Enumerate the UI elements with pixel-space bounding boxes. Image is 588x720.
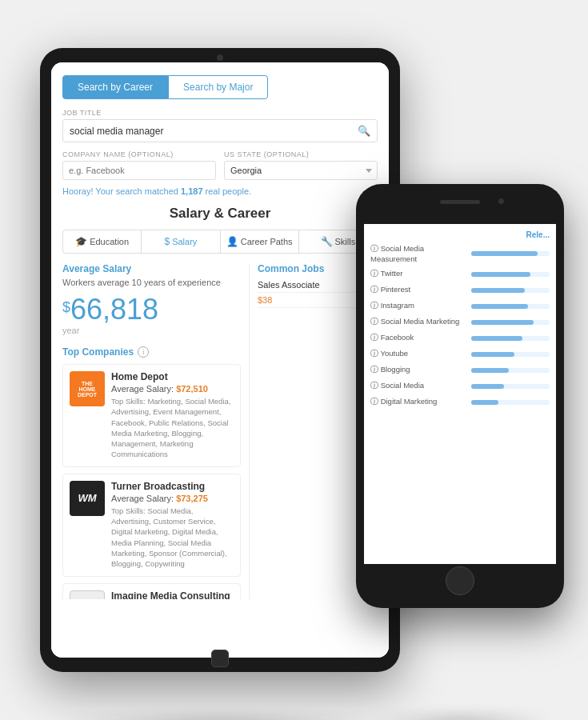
imagine-logo: IMAGINEMEDIA xyxy=(70,590,105,599)
state-select[interactable]: Georgia xyxy=(224,161,378,180)
skill-name: ⓘ Pinterest xyxy=(370,285,466,295)
skill-bar-fill xyxy=(471,336,522,341)
skill-bar-fill xyxy=(471,288,525,293)
match-text: Hooray! Your search matched 1,187 real p… xyxy=(62,186,378,196)
top-companies-header: Top Companies i xyxy=(62,346,241,358)
skill-bar-bg xyxy=(471,251,550,256)
tab-skills-label: Skills xyxy=(335,237,356,246)
skill-row: ⓘ Social Media xyxy=(370,381,550,391)
skill-row: ⓘ Facebook xyxy=(370,333,550,343)
education-icon: 🎓 xyxy=(75,236,87,247)
nav-tabs: 🎓 Education $ Salary 👤 Career Paths 🔧 Sk… xyxy=(62,230,378,254)
phone-device: Rele... ⓘ Social Media Measurement ⓘ Twi… xyxy=(356,184,564,608)
tab-education-label: Education xyxy=(90,237,129,246)
turner-skills: Top Skills: Social Media, Advertising, C… xyxy=(111,506,234,570)
phone-home-button[interactable] xyxy=(446,566,474,595)
phone-speaker xyxy=(440,200,480,204)
skills-icon: 🔧 xyxy=(321,236,333,247)
search-icon: 🔍 xyxy=(358,125,370,137)
turner-logo: WM xyxy=(70,481,105,516)
skill-bar-bg xyxy=(471,400,550,405)
phone-content: Rele... ⓘ Social Media Measurement ⓘ Twi… xyxy=(364,224,556,564)
skills-list: ⓘ Social Media Measurement ⓘ Twitter ⓘ P… xyxy=(370,244,550,407)
tablet-device: Search by Career Search by Major JOB TIT… xyxy=(40,48,400,672)
search-tabs: Search by Career Search by Major xyxy=(62,75,378,99)
tab-salary[interactable]: $ Salary xyxy=(142,230,220,253)
skill-bar-bg xyxy=(471,352,550,357)
salary-period: year xyxy=(62,326,241,335)
skill-bar-fill xyxy=(471,352,514,357)
skill-bar-bg xyxy=(471,368,550,373)
phone-header: Rele... xyxy=(370,230,550,239)
skill-row: ⓘ Blogging xyxy=(370,365,550,375)
skill-name: ⓘ Youtube xyxy=(370,349,466,359)
left-col: Average Salary Workers average 10 years … xyxy=(62,263,250,599)
avg-salary-heading: Average Salary xyxy=(62,263,241,274)
phone-screen: Rele... ⓘ Social Media Measurement ⓘ Twi… xyxy=(364,224,556,564)
imagine-info: Imagine Media Consulting Average Salary:… xyxy=(111,590,234,599)
skill-row: ⓘ Social Media Marketing xyxy=(370,317,550,327)
section-title: Salary & Career xyxy=(62,206,378,222)
phone-camera xyxy=(498,198,504,204)
home-depot-name: Home Depot xyxy=(111,371,234,382)
skill-name: ⓘ Facebook xyxy=(370,333,466,343)
tab-career-paths[interactable]: 👤 Career Paths xyxy=(221,230,299,253)
skill-bar-fill xyxy=(471,400,498,405)
skill-bar-bg xyxy=(471,320,550,325)
skill-row: ⓘ Youtube xyxy=(370,349,550,359)
skill-name: ⓘ Digital Marketing xyxy=(370,397,466,407)
turner-salary: Average Salary: $73,275 xyxy=(111,494,234,503)
skill-bar-fill xyxy=(471,384,504,389)
tab-education[interactable]: 🎓 Education xyxy=(63,230,142,253)
skill-name: ⓘ Instagram xyxy=(370,301,466,311)
skill-name: ⓘ Social Media xyxy=(370,381,466,391)
job-title-input[interactable] xyxy=(70,126,358,137)
skill-bar-bg xyxy=(471,272,550,277)
skill-bar-bg xyxy=(471,384,550,389)
tab-search-by-career[interactable]: Search by Career xyxy=(62,75,168,99)
skill-name: ⓘ Social Media Marketing xyxy=(370,317,466,327)
skill-name: ⓘ Social Media Measurement xyxy=(370,244,466,263)
tab-search-by-major[interactable]: Search by Major xyxy=(168,75,268,99)
home-depot-logo: THEHOMEDEPOT xyxy=(70,371,105,406)
skill-row: ⓘ Digital Marketing xyxy=(370,397,550,407)
company-input[interactable] xyxy=(62,161,216,180)
home-depot-info: Home Depot Average Salary: $72,510 Top S… xyxy=(111,371,234,460)
phone-shadow xyxy=(364,712,556,720)
tablet-shadow xyxy=(48,712,392,720)
tablet-content: Search by Career Search by Major JOB TIT… xyxy=(51,62,389,658)
career-icon: 👤 xyxy=(226,236,238,247)
experience-text: Workers average 10 years of experience xyxy=(62,278,241,287)
home-depot-salary: Average Salary: $72,510 xyxy=(111,384,234,394)
company-card-imagine: IMAGINEMEDIA Imagine Media Consulting Av… xyxy=(62,583,241,599)
state-col: US STATE (OPTIONAL) Georgia xyxy=(224,150,378,180)
skill-bar-fill xyxy=(471,272,530,277)
skill-row: ⓘ Twitter xyxy=(370,269,550,279)
job-title-label: JOB TITLE xyxy=(62,109,378,117)
skill-name: ⓘ Blogging xyxy=(370,365,466,375)
company-state-row: COMPANY NAME (OPTIONAL) US STATE (OPTION… xyxy=(62,150,378,180)
company-label: COMPANY NAME (OPTIONAL) xyxy=(62,150,216,158)
company-card-home-depot: THEHOMEDEPOT Home Depot Average Salary: … xyxy=(62,364,241,467)
skill-bar-bg xyxy=(471,304,550,309)
tab-career-paths-label: Career Paths xyxy=(241,237,293,246)
skill-bar-bg xyxy=(471,336,550,341)
skill-row: ⓘ Instagram xyxy=(370,301,550,311)
skill-bar-bg xyxy=(471,288,550,293)
skill-bar-fill xyxy=(471,304,528,309)
match-count: 1,187 xyxy=(181,186,203,196)
top-companies-info-icon[interactable]: i xyxy=(138,346,149,358)
home-depot-skills: Top Skills: Marketing, Social Media, Adv… xyxy=(111,396,234,460)
skill-row: ⓘ Pinterest xyxy=(370,285,550,295)
tab-salary-label: Salary xyxy=(172,237,197,246)
tablet-camera xyxy=(217,54,223,61)
tablet-home-button[interactable] xyxy=(211,650,229,667)
skill-bar-fill xyxy=(471,251,538,256)
company-col: COMPANY NAME (OPTIONAL) xyxy=(62,150,216,180)
skill-bar-fill xyxy=(471,320,534,325)
salary-amount: $66,818 xyxy=(62,295,241,324)
content-area: Average Salary Workers average 10 years … xyxy=(62,263,378,599)
skill-name: ⓘ Twitter xyxy=(370,269,466,279)
related-label: Rele... xyxy=(526,230,550,239)
turner-name: Turner Broadcasting xyxy=(111,481,234,492)
